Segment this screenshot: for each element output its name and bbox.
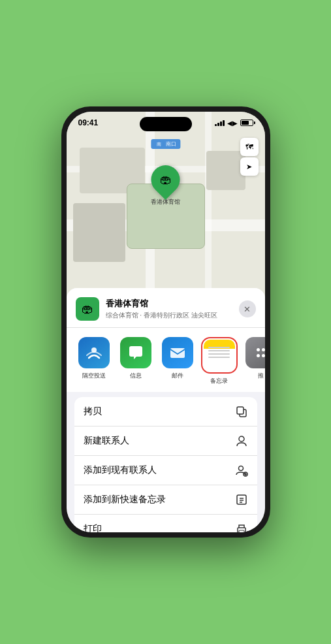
new-contact-label: 新建联系人 [84, 435, 129, 447]
share-app-mail[interactable]: 邮件 [157, 337, 198, 385]
print-icon [235, 523, 248, 532]
new-contact-icon [235, 434, 248, 447]
add-note-label: 添加到新快速备忘录 [84, 494, 166, 506]
status-icons: ◀▶ [215, 120, 253, 127]
share-apps-row: 隔空投送 信息 [67, 328, 265, 392]
share-app-messages[interactable]: 信息 [115, 337, 157, 385]
copy-icon [235, 405, 248, 418]
add-existing-icon [235, 464, 248, 477]
wifi-icon: ◀▶ [227, 120, 238, 127]
share-app-more[interactable]: 推 [240, 337, 265, 385]
action-print[interactable]: 打印 [74, 515, 257, 532]
mail-icon [162, 337, 193, 368]
pin-marker: 🏟 [145, 159, 185, 200]
status-time: 09:41 [78, 118, 99, 127]
bottom-sheet: 🏟 香港体育馆 综合体育馆 · 香港特别行政区 油尖旺区 ✕ [67, 288, 265, 532]
venue-info: 香港体育馆 综合体育馆 · 香港特别行政区 油尖旺区 [106, 298, 239, 320]
venue-icon: 🏟 [76, 297, 99, 321]
notes-icon [204, 340, 235, 371]
action-add-existing[interactable]: 添加到现有联系人 [74, 456, 257, 485]
dynamic-island [140, 117, 192, 131]
action-list: 拷贝 新建联系人 添加到现有联系人 [74, 397, 257, 532]
notes-label: 备忘录 [210, 377, 228, 385]
sheet-header: 🏟 香港体育馆 综合体育馆 · 香港特别行政区 油尖旺区 ✕ [67, 288, 265, 328]
svg-rect-1 [170, 348, 185, 358]
svg-rect-14 [239, 530, 244, 532]
add-existing-label: 添加到现有联系人 [84, 464, 157, 476]
more-label: 推 [258, 372, 264, 380]
action-new-contact[interactable]: 新建联系人 [74, 427, 257, 456]
venue-subtitle: 综合体育馆 · 香港特别行政区 油尖旺区 [106, 311, 239, 320]
stadium-icon: 🏟 [160, 173, 172, 187]
messages-label: 信息 [130, 372, 142, 380]
share-app-notes[interactable]: 备忘录 [198, 337, 240, 385]
battery-icon [240, 120, 253, 126]
copy-label: 拷贝 [84, 406, 102, 417]
mail-label: 邮件 [172, 372, 183, 380]
add-note-icon [235, 493, 248, 506]
action-copy[interactable]: 拷贝 [74, 397, 257, 427]
svg-point-4 [239, 436, 244, 442]
signal-icon [215, 120, 225, 126]
svg-point-5 [238, 466, 243, 471]
location-button[interactable]: ➤ [240, 157, 259, 176]
phone-frame: 09:41 ◀▶ [61, 106, 270, 538]
svg-rect-9 [237, 495, 246, 504]
more-apps-icon [245, 337, 265, 368]
messages-icon [120, 337, 151, 368]
print-label: 打印 [84, 523, 102, 532]
svg-rect-3 [237, 407, 244, 414]
close-button[interactable]: ✕ [239, 300, 256, 317]
map-controls: 🗺 ➤ [240, 138, 259, 176]
phone-screen: 09:41 ◀▶ [67, 112, 265, 532]
map-type-button[interactable]: 🗺 [240, 138, 259, 156]
map-north-label: 南 南 南口 [151, 139, 180, 149]
airdrop-label: 隔空投送 [82, 372, 106, 380]
action-add-note[interactable]: 添加到新快速备忘录 [74, 485, 257, 515]
stadium-pin[interactable]: 🏟 香港体育馆 [151, 165, 180, 206]
share-app-airdrop[interactable]: 隔空投送 [73, 337, 115, 385]
airdrop-icon [78, 337, 110, 368]
venue-name: 香港体育馆 [106, 298, 239, 310]
